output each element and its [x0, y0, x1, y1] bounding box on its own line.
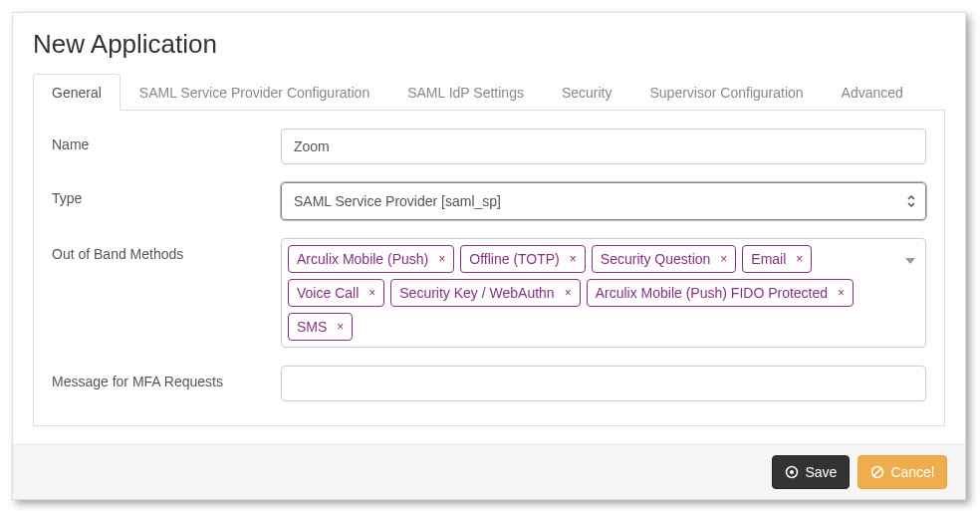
- panel-footer: Save Cancel: [13, 444, 965, 499]
- tab-saml-idp-settings[interactable]: SAML IdP Settings: [388, 74, 543, 111]
- tag-voice-call: Voice Call ×: [288, 279, 384, 307]
- close-icon[interactable]: ×: [570, 253, 577, 265]
- control-oob-methods: Arculix Mobile (Push) × Offline (TOTP) ×…: [281, 238, 926, 348]
- tab-saml-sp-config[interactable]: SAML Service Provider Configuration: [121, 74, 388, 111]
- close-icon[interactable]: ×: [796, 253, 803, 265]
- control-mfa-message: [281, 366, 926, 401]
- tag-security-key-webauthn: Security Key / WebAuthn ×: [390, 279, 580, 307]
- tag-arculix-mobile-push: Arculix Mobile (Push) ×: [288, 245, 454, 273]
- name-input[interactable]: [281, 128, 926, 164]
- tag-label: Arculix Mobile (Push): [297, 251, 428, 267]
- tag-label: Voice Call: [297, 285, 359, 301]
- tag-label: Offline (TOTP): [469, 251, 560, 267]
- save-button[interactable]: Save: [772, 455, 850, 489]
- tab-advanced[interactable]: Advanced: [823, 74, 922, 111]
- close-icon[interactable]: ×: [720, 253, 727, 265]
- row-mfa-message: Message for MFA Requests: [52, 366, 926, 401]
- tag-label: SMS: [297, 319, 327, 335]
- tabs-bar: General SAML Service Provider Configurat…: [33, 74, 945, 111]
- oob-methods-multiselect[interactable]: Arculix Mobile (Push) × Offline (TOTP) ×…: [281, 238, 926, 348]
- control-name: [281, 128, 926, 164]
- save-button-label: Save: [805, 464, 837, 480]
- cancel-button[interactable]: Cancel: [858, 455, 947, 489]
- tag-security-question: Security Question ×: [592, 245, 737, 273]
- row-oob-methods: Out of Band Methods Arculix Mobile (Push…: [52, 238, 926, 348]
- ban-icon: [870, 465, 884, 479]
- page-title: New Application: [33, 29, 945, 60]
- mfa-message-input[interactable]: [281, 366, 926, 401]
- row-name: Name: [52, 128, 926, 164]
- panel-body: New Application General SAML Service Pro…: [13, 13, 965, 426]
- label-mfa-message: Message for MFA Requests: [52, 366, 281, 389]
- tab-supervisor-config[interactable]: Supervisor Configuration: [631, 74, 823, 111]
- dropdown-caret-icon[interactable]: [905, 251, 915, 267]
- control-type: SAML Service Provider [saml_sp]: [281, 182, 926, 220]
- tag-label: Security Question: [601, 251, 711, 267]
- svg-point-1: [790, 470, 794, 474]
- label-name: Name: [52, 128, 281, 152]
- tag-email: Email ×: [742, 245, 812, 273]
- type-select[interactable]: SAML Service Provider [saml_sp]: [281, 182, 926, 220]
- application-panel: New Application General SAML Service Pro…: [12, 12, 966, 500]
- tab-security[interactable]: Security: [543, 74, 631, 111]
- tag-label: Security Key / WebAuthn: [399, 285, 554, 301]
- svg-line-3: [874, 468, 882, 476]
- close-icon[interactable]: ×: [337, 321, 344, 333]
- tab-general-content: Name Type SAML Service Provider [saml_sp…: [33, 111, 945, 426]
- close-icon[interactable]: ×: [565, 287, 572, 299]
- label-type: Type: [52, 182, 281, 206]
- close-icon[interactable]: ×: [368, 287, 375, 299]
- label-oob-methods: Out of Band Methods: [52, 238, 281, 262]
- tag-label: Arculix Mobile (Push) FIDO Protected: [596, 285, 828, 301]
- tag-offline-totp: Offline (TOTP) ×: [460, 245, 586, 273]
- target-icon: [785, 465, 799, 479]
- type-select-wrap: SAML Service Provider [saml_sp]: [281, 182, 926, 220]
- row-type: Type SAML Service Provider [saml_sp]: [52, 182, 926, 220]
- close-icon[interactable]: ×: [838, 287, 845, 299]
- tag-arculix-mobile-push-fido: Arculix Mobile (Push) FIDO Protected ×: [587, 279, 854, 307]
- type-select-value: SAML Service Provider [saml_sp]: [294, 193, 501, 209]
- close-icon[interactable]: ×: [438, 253, 445, 265]
- tab-general[interactable]: General: [33, 74, 121, 111]
- tag-label: Email: [751, 251, 786, 267]
- cancel-button-label: Cancel: [890, 464, 934, 480]
- tag-sms: SMS ×: [288, 313, 353, 341]
